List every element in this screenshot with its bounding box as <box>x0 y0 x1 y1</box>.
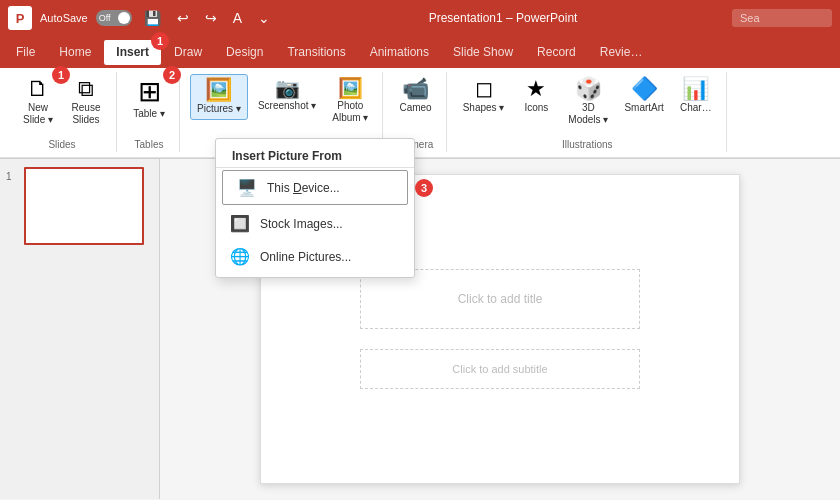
reuse-slides-icon: ⧉ <box>78 78 94 100</box>
pictures-icon: 🖼️ <box>205 79 232 101</box>
ribbon-content: 🗋 NewSlide ▾ 1 ⧉ ReuseSlides Slides ⊞ Ta… <box>0 68 840 158</box>
tab-file[interactable]: File <box>4 39 47 65</box>
app-logo: P <box>8 6 32 30</box>
camera-buttons: 📹 Cameo <box>393 74 437 135</box>
insert-picture-dropdown: Insert Picture From 🖥️ This Device... 3 … <box>215 138 415 278</box>
this-device-icon: 🖥️ <box>237 178 257 197</box>
slide-number: 1 <box>6 167 18 182</box>
shapes-button[interactable]: ◻ Shapes ▾ <box>457 74 511 118</box>
tab-animations[interactable]: Animations <box>358 39 441 65</box>
chart-label: Char… <box>680 102 712 114</box>
save-icon[interactable]: 💾 <box>140 8 165 28</box>
autosave-label: AutoSave <box>40 12 88 24</box>
photo-album-icon: 🖼️ <box>338 78 363 98</box>
online-pictures-menu-item[interactable]: 🌐 Online Pictures... <box>216 240 414 273</box>
tab-review[interactable]: Revie… <box>588 39 655 65</box>
dropdown-header: Insert Picture From <box>216 143 414 168</box>
marker-1-btn: 1 <box>52 66 70 84</box>
reuse-slides-label: ReuseSlides <box>72 102 101 126</box>
cameo-button[interactable]: 📹 Cameo <box>393 74 437 118</box>
autosave-toggle[interactable]: Off <box>96 10 132 26</box>
smartart-button[interactable]: 🔷 SmartArt <box>618 74 669 118</box>
3d-models-label: 3DModels ▾ <box>568 102 608 126</box>
illustrations-group-label: Illustrations <box>562 137 613 150</box>
tab-record[interactable]: Record <box>525 39 588 65</box>
illustrations-buttons: ◻ Shapes ▾ ★ Icons 🎲 3DModels ▾ 🔷 SmartA… <box>457 74 718 135</box>
images-buttons: 🖼️ Pictures ▾ 📷 Screenshot ▾ 🖼️ PhotoAlb… <box>190 74 374 135</box>
tab-insert[interactable]: Insert 1 <box>103 39 162 65</box>
slide-panel: 1 <box>0 159 160 499</box>
slides-group-label: Slides <box>48 137 75 150</box>
ribbon: File Home Insert 1 Draw Design Transitio… <box>0 36 840 159</box>
marker-3: 3 <box>415 179 433 197</box>
ribbon-group-slides: 🗋 NewSlide ▾ 1 ⧉ ReuseSlides Slides <box>8 72 117 152</box>
3d-models-icon: 🎲 <box>575 78 602 100</box>
presentation-title: Presentation1 – PowerPoint <box>282 11 724 25</box>
new-slide-button[interactable]: 🗋 NewSlide ▾ 1 <box>16 74 60 130</box>
table-icon: ⊞ <box>138 78 161 106</box>
reuse-slides-button[interactable]: ⧉ ReuseSlides <box>64 74 108 130</box>
slides-buttons: 🗋 NewSlide ▾ 1 ⧉ ReuseSlides <box>16 74 108 135</box>
new-slide-icon: 🗋 <box>27 78 49 100</box>
pictures-label: Pictures ▾ <box>197 103 241 115</box>
photo-album-label: PhotoAlbum ▾ <box>332 100 368 124</box>
tab-slideshow[interactable]: Slide Show <box>441 39 525 65</box>
slide-canvas-placeholder: Click to add title Click to add subtitle <box>360 269 640 389</box>
redo-icon[interactable]: ↪ <box>201 8 221 28</box>
new-slide-label: NewSlide ▾ <box>23 102 53 126</box>
tab-home[interactable]: Home <box>47 39 103 65</box>
cameo-label: Cameo <box>399 102 431 114</box>
main-area: 1 Click to add title Click to add subtit… <box>0 159 840 499</box>
screenshot-button[interactable]: 📷 Screenshot ▾ <box>252 74 322 116</box>
icons-icon: ★ <box>526 78 546 100</box>
this-device-menu-item[interactable]: 🖥️ This Device... 3 <box>222 170 408 205</box>
table-label: Table ▾ <box>133 108 165 120</box>
toggle-text: Off <box>99 13 111 23</box>
stock-images-label: Stock Images... <box>260 217 343 231</box>
online-pictures-icon: 🌐 <box>230 247 250 266</box>
tables-group-label: Tables <box>135 137 164 150</box>
photo-album-button[interactable]: 🖼️ PhotoAlbum ▾ <box>326 74 374 128</box>
slide-thumb-wrapper: 1 <box>6 167 153 245</box>
format-icon[interactable]: A <box>229 8 246 28</box>
screenshot-label: Screenshot ▾ <box>258 100 316 112</box>
more-icon[interactable]: ⌄ <box>254 8 274 28</box>
ribbon-tab-bar: File Home Insert 1 Draw Design Transitio… <box>0 36 840 68</box>
stock-images-menu-item[interactable]: 🔲 Stock Images... <box>216 207 414 240</box>
screenshot-icon: 📷 <box>275 78 300 98</box>
pictures-button[interactable]: 🖼️ Pictures ▾ <box>190 74 248 120</box>
this-device-label: This Device... <box>267 181 340 195</box>
marker-2: 2 <box>163 66 181 84</box>
marker-1: 1 <box>151 32 169 50</box>
ribbon-group-tables: ⊞ Table ▾ 2 Tables <box>119 72 180 152</box>
3d-models-button[interactable]: 🎲 3DModels ▾ <box>562 74 614 130</box>
chart-button[interactable]: 📊 Char… <box>674 74 718 118</box>
stock-images-icon: 🔲 <box>230 214 250 233</box>
slide-thumbnail[interactable] <box>24 167 144 245</box>
tab-transitions[interactable]: Transitions <box>275 39 357 65</box>
online-pictures-label: Online Pictures... <box>260 250 351 264</box>
icons-button[interactable]: ★ Icons <box>514 74 558 118</box>
smartart-label: SmartArt <box>624 102 663 114</box>
shapes-icon: ◻ <box>475 78 493 100</box>
tab-design[interactable]: Design <box>214 39 275 65</box>
undo-icon[interactable]: ↩ <box>173 8 193 28</box>
chart-icon: 📊 <box>682 78 709 100</box>
shapes-label: Shapes ▾ <box>463 102 505 114</box>
icons-label: Icons <box>524 102 548 114</box>
tables-buttons: ⊞ Table ▾ 2 <box>127 74 171 135</box>
smartart-icon: 🔷 <box>631 78 658 100</box>
cameo-icon: 📹 <box>402 78 429 100</box>
tab-draw[interactable]: Draw <box>162 39 214 65</box>
title-bar: P AutoSave Off 💾 ↩ ↪ A ⌄ Presentation1 –… <box>0 0 840 36</box>
ribbon-group-illustrations: ◻ Shapes ▾ ★ Icons 🎲 3DModels ▾ 🔷 SmartA… <box>449 72 727 152</box>
table-button[interactable]: ⊞ Table ▾ 2 <box>127 74 171 124</box>
search-input[interactable] <box>732 9 832 27</box>
